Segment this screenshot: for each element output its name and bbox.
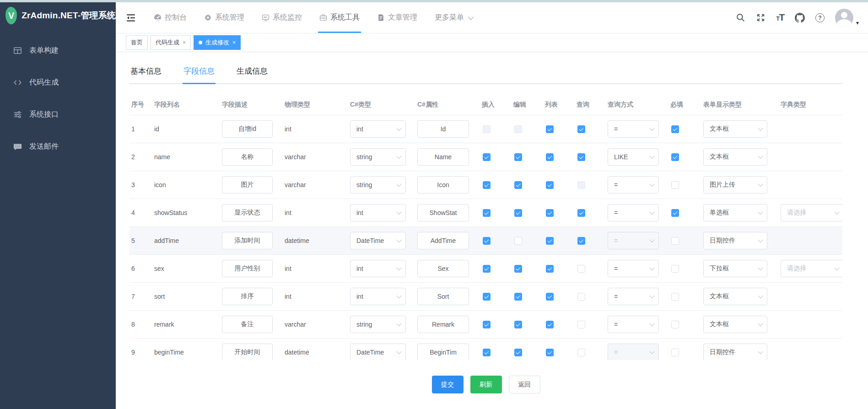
display-type-select[interactable]: 单选框 xyxy=(703,204,767,221)
cs-property-input[interactable]: Icon xyxy=(417,176,469,194)
cs-type-select[interactable]: int xyxy=(350,288,406,305)
cs-type-select[interactable]: string xyxy=(350,176,406,194)
insert-checkbox[interactable] xyxy=(483,265,491,273)
sidebar-item-send-mail[interactable]: 发送邮件 xyxy=(0,130,116,162)
required-checkbox[interactable] xyxy=(671,209,679,217)
cs-property-input[interactable]: Sex xyxy=(417,260,469,277)
required-checkbox[interactable] xyxy=(671,349,679,356)
list-checkbox[interactable] xyxy=(546,321,554,328)
list-checkbox[interactable] xyxy=(546,265,554,273)
cs-property-input[interactable]: BeginTim xyxy=(417,344,469,360)
required-checkbox[interactable] xyxy=(671,153,679,161)
nav-item-system-admin[interactable]: 系统管理 xyxy=(195,2,253,33)
fullscreen-icon[interactable] xyxy=(756,13,766,22)
refresh-button[interactable]: 刷新 xyxy=(470,376,502,393)
required-checkbox[interactable] xyxy=(671,321,679,328)
tab-field-info[interactable]: 字段信息 xyxy=(183,62,216,84)
submit-button[interactable]: 提交 xyxy=(432,376,464,393)
cs-property-input[interactable]: ShowStat xyxy=(417,204,469,221)
route-tab-home[interactable]: 首页 xyxy=(126,35,148,50)
github-icon[interactable] xyxy=(795,13,805,23)
list-checkbox[interactable] xyxy=(546,349,554,356)
tab-gen-info[interactable]: 生成信息 xyxy=(236,62,269,84)
back-button[interactable]: 返回 xyxy=(509,376,540,393)
display-type-select[interactable]: 文本框 xyxy=(703,120,767,138)
query-type-select[interactable]: = xyxy=(608,288,659,305)
edit-checkbox[interactable] xyxy=(514,153,522,161)
cs-property-input[interactable]: AddTime xyxy=(417,232,469,249)
user-menu[interactable]: ▾ xyxy=(835,9,859,27)
sidebar-item-code-gen[interactable]: 代码生成 xyxy=(0,66,116,98)
query-type-select[interactable]: = xyxy=(608,204,659,221)
query-type-select[interactable]: LIKE xyxy=(608,148,659,166)
required-checkbox[interactable] xyxy=(671,265,679,273)
field-description-input[interactable]: 自增id xyxy=(222,120,273,138)
cs-type-select[interactable]: int xyxy=(350,204,406,221)
field-description-input[interactable]: 图片 xyxy=(222,176,273,194)
edit-checkbox[interactable] xyxy=(514,237,522,245)
list-checkbox[interactable] xyxy=(546,209,554,217)
query-checkbox[interactable] xyxy=(577,265,585,273)
query-type-select[interactable]: = xyxy=(608,260,659,277)
nav-item-system-monitor[interactable]: 系统监控 xyxy=(253,2,311,33)
dict-type-select[interactable]: 请选择 xyxy=(781,260,842,277)
display-type-select[interactable]: 下拉框 xyxy=(703,260,767,277)
display-type-select[interactable]: 日期控件 xyxy=(703,232,767,249)
insert-checkbox[interactable] xyxy=(483,349,491,356)
query-checkbox[interactable] xyxy=(577,125,585,133)
nav-item-article-admin[interactable]: 文章管理 xyxy=(368,2,426,33)
required-checkbox[interactable] xyxy=(671,293,679,301)
insert-checkbox[interactable] xyxy=(483,153,491,161)
edit-checkbox[interactable] xyxy=(514,265,522,273)
query-type-select[interactable]: = xyxy=(608,316,659,333)
cs-type-select[interactable]: int xyxy=(350,120,406,138)
field-description-input[interactable]: 开始时间 xyxy=(222,344,273,360)
display-type-select[interactable]: 日期控件 xyxy=(703,344,767,360)
list-checkbox[interactable] xyxy=(546,181,554,189)
edit-checkbox[interactable] xyxy=(514,125,522,133)
close-tab-icon[interactable]: × xyxy=(183,39,186,46)
query-checkbox[interactable] xyxy=(577,209,585,217)
display-type-select[interactable]: 文本框 xyxy=(703,148,767,166)
list-checkbox[interactable] xyxy=(546,293,554,301)
query-checkbox[interactable] xyxy=(577,181,585,189)
field-description-input[interactable]: 用户性别 xyxy=(222,260,273,277)
app-logo-row[interactable]: V ZrAdmin.NET-管理系统 xyxy=(0,2,116,29)
insert-checkbox[interactable] xyxy=(483,209,491,217)
sidebar-item-api[interactable]: 系统接口 xyxy=(0,98,116,130)
cs-type-select[interactable]: string xyxy=(350,148,406,166)
cs-property-input[interactable]: Name xyxy=(417,148,469,166)
sidebar-item-form-builder[interactable]: 表单构建 xyxy=(0,34,116,66)
query-checkbox[interactable] xyxy=(577,237,585,245)
field-description-input[interactable]: 添加时间 xyxy=(222,232,273,249)
query-checkbox[interactable] xyxy=(577,349,585,356)
route-tab-code-gen[interactable]: 代码生成 × xyxy=(151,35,191,50)
insert-checkbox[interactable] xyxy=(483,237,491,245)
query-type-select[interactable]: = xyxy=(608,176,659,194)
help-icon[interactable]: ? xyxy=(815,13,825,22)
insert-checkbox[interactable] xyxy=(483,125,491,133)
insert-checkbox[interactable] xyxy=(483,181,491,189)
query-checkbox[interactable] xyxy=(577,153,585,161)
tab-basic-info[interactable]: 基本信息 xyxy=(129,62,162,84)
close-tab-icon[interactable]: × xyxy=(232,39,236,46)
edit-checkbox[interactable] xyxy=(514,349,522,356)
search-icon[interactable] xyxy=(736,13,745,22)
nav-item-system-tools[interactable]: 系统工具 xyxy=(311,2,368,33)
query-type-select[interactable]: = xyxy=(608,344,659,360)
required-checkbox[interactable] xyxy=(671,237,679,245)
query-checkbox[interactable] xyxy=(577,321,585,328)
list-checkbox[interactable] xyxy=(546,125,554,133)
edit-checkbox[interactable] xyxy=(514,321,522,328)
edit-checkbox[interactable] xyxy=(514,209,522,217)
cs-type-select[interactable]: string xyxy=(350,316,406,333)
query-type-select[interactable]: = xyxy=(608,120,659,138)
list-checkbox[interactable] xyxy=(546,237,554,245)
display-type-select[interactable]: 文本框 xyxy=(703,316,767,333)
field-description-input[interactable]: 备注 xyxy=(222,316,273,333)
insert-checkbox[interactable] xyxy=(483,321,491,328)
cs-property-input[interactable]: Remark xyxy=(417,316,469,333)
cs-type-select[interactable]: int xyxy=(350,260,406,277)
query-type-select[interactable]: = xyxy=(608,232,659,249)
list-checkbox[interactable] xyxy=(546,153,554,161)
